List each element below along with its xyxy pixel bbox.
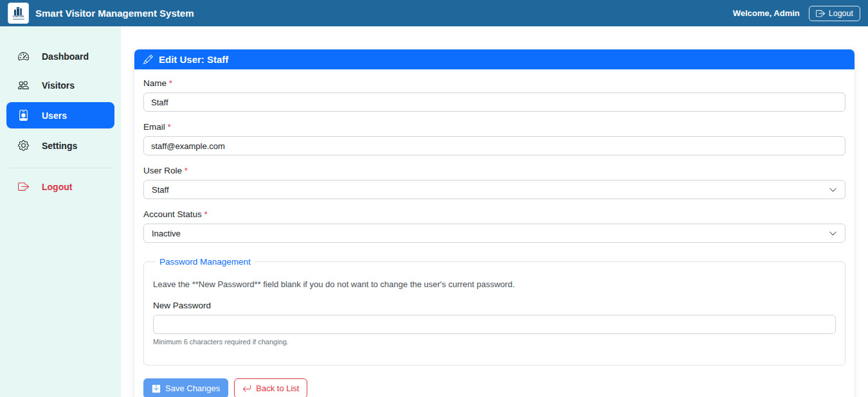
new-password-field[interactable] bbox=[153, 315, 836, 334]
role-label-text: User Role bbox=[143, 166, 182, 175]
logout-icon bbox=[816, 9, 825, 18]
navbar-logout-button[interactable]: Logout bbox=[809, 6, 860, 21]
pencil-icon bbox=[143, 55, 153, 64]
page-title: Edit User: Staff bbox=[159, 54, 228, 65]
password-note: Leave the **New Password** field blank i… bbox=[153, 279, 836, 289]
role-group: User Role * Staff bbox=[143, 166, 845, 199]
required-asterisk: * bbox=[168, 122, 171, 132]
password-management-legend: Password Management bbox=[156, 257, 255, 267]
people-icon bbox=[18, 80, 29, 91]
required-asterisk: * bbox=[185, 166, 188, 175]
main-content: Edit User: Staff Name * Email * bbox=[121, 26, 868, 397]
required-asterisk: * bbox=[169, 78, 172, 88]
form-actions: Save Changes Back to List bbox=[143, 378, 845, 397]
sidebar-item-label: Settings bbox=[42, 141, 77, 151]
card-header: Edit User: Staff bbox=[134, 49, 854, 69]
sidebar-item-users[interactable]: Users bbox=[6, 102, 114, 128]
back-button-label: Back to List bbox=[256, 384, 299, 393]
status-select[interactable]: Inactive bbox=[143, 224, 845, 243]
email-group: Email * bbox=[143, 122, 845, 155]
password-management-fieldset: Password Management Leave the **New Pass… bbox=[143, 257, 845, 366]
new-password-label: New Password bbox=[153, 301, 836, 310]
status-label-text: Account Status bbox=[143, 209, 202, 219]
name-field[interactable] bbox=[143, 93, 845, 112]
sidebar-item-dashboard[interactable]: Dashboard bbox=[6, 44, 114, 68]
save-changes-button[interactable]: Save Changes bbox=[143, 378, 228, 397]
buildings-icon bbox=[14, 6, 24, 15]
email-label: Email * bbox=[143, 122, 845, 132]
app-title: Smart Visitor Management System bbox=[35, 8, 194, 19]
sidebar: Dashboard Visitors Users Settings bbox=[0, 26, 121, 397]
navbar-logout-label: Logout bbox=[829, 9, 853, 18]
name-label-text: Name bbox=[143, 78, 167, 88]
sidebar-item-label: Visitors bbox=[42, 80, 75, 91]
sidebar-item-logout[interactable]: Logout bbox=[6, 175, 114, 198]
save-button-label: Save Changes bbox=[165, 384, 220, 393]
status-selected-value: Inactive bbox=[152, 229, 181, 238]
top-navbar: VISITOR Smart Visitor Management System … bbox=[0, 0, 868, 26]
logo-subline bbox=[13, 19, 24, 20]
required-asterisk: * bbox=[204, 209, 208, 219]
sidebar-logout-label: Logout bbox=[42, 182, 72, 192]
arrow-return-left-icon bbox=[242, 384, 251, 393]
card-body: Name * Email * User Role * bbox=[134, 69, 854, 397]
speedometer-icon bbox=[18, 51, 29, 62]
name-group: Name * bbox=[143, 78, 845, 112]
name-label: Name * bbox=[143, 78, 845, 88]
role-selected-value: Staff bbox=[152, 185, 169, 195]
sidebar-item-settings[interactable]: Settings bbox=[6, 134, 114, 157]
logo-text: VISITOR bbox=[13, 15, 24, 18]
gear-icon bbox=[18, 140, 29, 151]
password-hint: Minimum 6 characters required if changin… bbox=[153, 338, 836, 346]
edit-user-card: Edit User: Staff Name * Email * bbox=[134, 49, 855, 397]
role-label: User Role * bbox=[143, 166, 845, 175]
sidebar-divider bbox=[9, 168, 112, 168]
email-label-text: Email bbox=[143, 122, 165, 132]
back-to-list-button[interactable]: Back to List bbox=[234, 378, 307, 397]
status-group: Account Status * Inactive bbox=[143, 209, 845, 243]
sidebar-item-visitors[interactable]: Visitors bbox=[6, 73, 114, 97]
sidebar-item-label: Users bbox=[42, 110, 67, 121]
sidebar-item-label: Dashboard bbox=[42, 51, 89, 62]
navbar-right: Welcome, Admin Logout bbox=[733, 6, 860, 21]
logout-icon bbox=[18, 181, 29, 192]
person-badge-icon bbox=[18, 110, 29, 121]
status-label: Account Status * bbox=[143, 209, 845, 219]
welcome-text: Welcome, Admin bbox=[733, 8, 800, 18]
chevron-down-icon bbox=[829, 229, 837, 238]
save-icon bbox=[152, 384, 161, 393]
role-select[interactable]: Staff bbox=[143, 180, 845, 199]
app-logo: VISITOR bbox=[8, 3, 29, 24]
email-field[interactable] bbox=[143, 136, 845, 155]
chevron-down-icon bbox=[829, 186, 837, 194]
